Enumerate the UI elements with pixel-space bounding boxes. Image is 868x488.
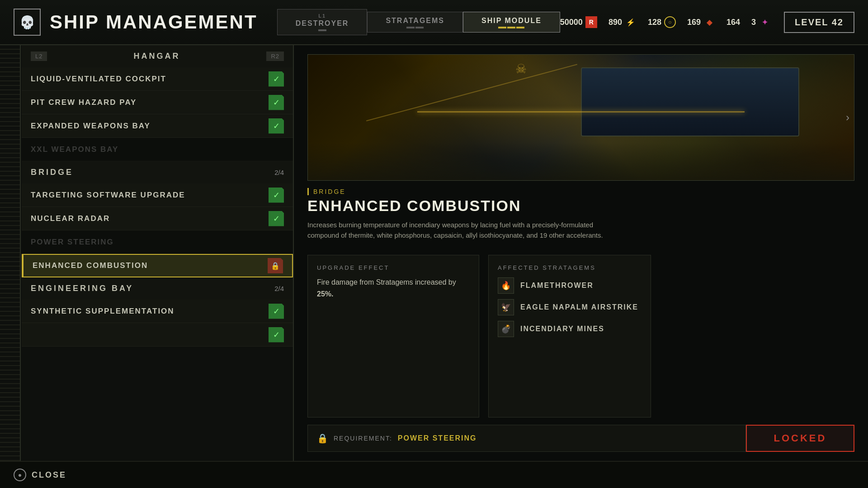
list-item[interactable]: EXPANDED WEAPONS BAY ✓ bbox=[22, 114, 293, 138]
tab-destroyer[interactable]: L1 DESTROYER bbox=[277, 9, 368, 35]
requirement-label: REQUIREMENT: bbox=[334, 435, 392, 442]
ship-beam-horizontal bbox=[417, 111, 745, 113]
flamethrower-icon: 🔥 bbox=[498, 277, 514, 294]
close-button[interactable]: ● CLOSE bbox=[14, 469, 66, 481]
currency-lightning: 890 ⚡ bbox=[609, 16, 637, 28]
stratagem-item-incendiary-mines: 💣 INCENDIARY MINES bbox=[498, 321, 642, 337]
diamond-icon: ◆ bbox=[703, 16, 715, 28]
requirement-bar: 🔒 REQUIREMENT: POWER STEERING bbox=[307, 425, 746, 452]
list-item[interactable]: PIT CREW HAZARD PAY ✓ bbox=[22, 91, 293, 114]
ship-skull-icon: ☠ bbox=[515, 61, 527, 76]
main-content: L2 HANGAR R2 LIQUID-VENTILATED COCKPIT ✓… bbox=[0, 45, 868, 461]
tab-navigation: L1 DESTROYER STRATAGEMS SHIP MODULE bbox=[277, 9, 560, 35]
preview-arrow-icon[interactable]: › bbox=[846, 111, 849, 124]
action-row: 🔒 REQUIREMENT: POWER STEERING LOCKED bbox=[307, 425, 854, 452]
stratagem-item-flamethrower: 🔥 FLAMETHROWER bbox=[498, 277, 642, 294]
right-panel: ☠ › BRIDGE ENHANCED COMBUSTION Increases… bbox=[294, 45, 868, 461]
lock-req-icon: 🔒 bbox=[317, 433, 328, 444]
preview-image: ☠ › bbox=[307, 54, 854, 181]
lightning-icon: ⚡ bbox=[625, 16, 637, 28]
page-title: SHIP MANAGEMENT bbox=[50, 11, 277, 33]
close-label: CLOSE bbox=[32, 470, 66, 480]
bridge-title: BRIDGE bbox=[31, 168, 73, 177]
currency-diamond: 169 ◆ bbox=[687, 16, 715, 28]
check-icon: ✓ bbox=[269, 118, 284, 134]
currency-diamond2: 164 bbox=[726, 18, 740, 27]
req-icon: R bbox=[585, 16, 597, 28]
incendiary-mines-label: INCENDIARY MINES bbox=[520, 325, 604, 333]
locked-button[interactable]: LOCKED bbox=[746, 425, 854, 452]
detail-header: BRIDGE ENHANCED COMBUSTION Increases bur… bbox=[307, 188, 854, 240]
hangar-left-trigger: L2 bbox=[31, 52, 47, 61]
list-item[interactable]: SYNTHETIC SUPPLEMENTATION ✓ bbox=[22, 300, 293, 323]
bridge-count: 2/4 bbox=[274, 169, 284, 176]
check-icon: ✓ bbox=[269, 327, 284, 343]
ship-beam-diagonal bbox=[366, 64, 577, 122]
engineering-title: ENGINEERING BAY bbox=[31, 284, 133, 293]
plus-icon: ✦ bbox=[759, 16, 770, 28]
circle-icon: ○ bbox=[664, 16, 676, 28]
upgrade-effect-value: 25%. bbox=[317, 290, 333, 298]
list-item-locked[interactable]: POWER STEERING bbox=[22, 230, 293, 254]
check-icon: ✓ bbox=[269, 188, 284, 203]
detail-title: ENHANCED COMBUSTION bbox=[307, 197, 854, 215]
close-circle-icon: ● bbox=[14, 469, 26, 481]
currency-req: 50000 R bbox=[560, 16, 597, 28]
stratagem-item-eagle-napalm: 🦅 EAGLE NAPALM AIRSTRIKE bbox=[498, 299, 642, 315]
check-icon: ✓ bbox=[269, 211, 284, 226]
level-badge: Level 42 bbox=[784, 12, 854, 33]
stratagems-title: AFFECTED STRATAGEMS bbox=[498, 264, 642, 271]
list-item-locked[interactable]: XXL WEAPONS BAY bbox=[22, 138, 293, 161]
ship-floor bbox=[308, 143, 854, 180]
info-section: UPGRADE EFFECT Fire damage from Stratage… bbox=[307, 248, 854, 418]
detail-description: Increases burning temperature of incendi… bbox=[307, 220, 624, 240]
section-hangar-header: L2 HANGAR R2 bbox=[22, 45, 293, 67]
tab-ship-module[interactable]: SHIP MODULE bbox=[463, 12, 560, 33]
engineering-count: 2/4 bbox=[274, 285, 284, 292]
check-icon: ✓ bbox=[269, 95, 284, 110]
eagle-napalm-label: EAGLE NAPALM AIRSTRIKE bbox=[520, 303, 638, 311]
eagle-napalm-icon: 🦅 bbox=[498, 299, 514, 315]
list-item[interactable]: LIQUID-VENTILATED COCKPIT ✓ bbox=[22, 67, 293, 91]
section-bridge-header: BRIDGE 2/4 bbox=[22, 161, 293, 183]
upgrade-effect-panel: UPGRADE EFFECT Fire damage from Stratage… bbox=[307, 255, 479, 418]
incendiary-mines-icon: 💣 bbox=[498, 321, 514, 337]
currency-plus: 3 ✦ bbox=[751, 16, 770, 28]
top-bar: 💀 SHIP MANAGEMENT L1 DESTROYER STRATAGEM… bbox=[0, 0, 868, 45]
flamethrower-label: FLAMETHROWER bbox=[520, 282, 594, 290]
bottom-bar: ● CLOSE bbox=[0, 461, 868, 488]
upgrade-effect-title: UPGRADE EFFECT bbox=[317, 264, 470, 271]
currency-circle: 128 ○ bbox=[648, 16, 676, 28]
affected-stratagems-panel: AFFECTED STRATAGEMS 🔥 FLAMETHROWER 🦅 EAG… bbox=[488, 255, 651, 418]
tab-stratagems[interactable]: STRATAGEMS bbox=[367, 12, 463, 33]
requirement-value: POWER STEERING bbox=[398, 434, 477, 442]
upgrade-effect-text: Fire damage from Stratagems increased by… bbox=[317, 277, 470, 300]
list-item-selected[interactable]: ENHANCED COMBUSTION 🔒 bbox=[22, 254, 293, 277]
list-item[interactable]: TARGETING SOFTWARE UPGRADE ✓ bbox=[22, 183, 293, 207]
ship-window bbox=[581, 67, 799, 136]
check-icon: ✓ bbox=[269, 304, 284, 319]
skull-icon: 💀 bbox=[14, 9, 41, 36]
list-item[interactable]: ✓ bbox=[22, 323, 293, 347]
hangar-right-trigger: R2 bbox=[266, 52, 284, 61]
left-panel: L2 HANGAR R2 LIQUID-VENTILATED COCKPIT ✓… bbox=[0, 45, 294, 461]
currency-area: 50000 R 890 ⚡ 128 ○ 169 ◆ 164 3 ✦ bbox=[560, 16, 770, 28]
edge-decoration bbox=[0, 45, 21, 461]
list-item[interactable]: NUCLEAR RADAR ✓ bbox=[22, 207, 293, 230]
lock-icon: 🔒 bbox=[268, 258, 283, 273]
hangar-title: HANGAR bbox=[133, 52, 180, 61]
list-container: L2 HANGAR R2 LIQUID-VENTILATED COCKPIT ✓… bbox=[22, 45, 293, 461]
check-icon: ✓ bbox=[269, 71, 284, 87]
detail-category: BRIDGE bbox=[307, 188, 854, 195]
section-engineering-header: ENGINEERING BAY 2/4 bbox=[22, 277, 293, 300]
